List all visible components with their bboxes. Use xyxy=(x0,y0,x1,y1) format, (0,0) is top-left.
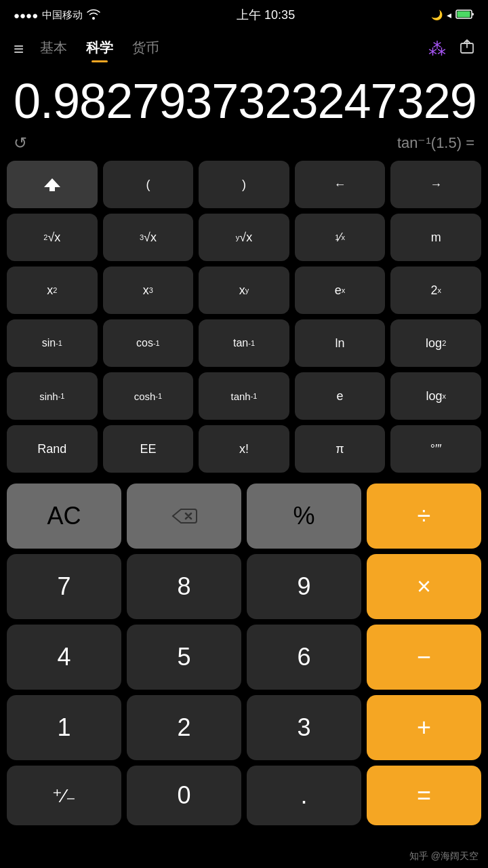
one-button[interactable]: 1 xyxy=(7,695,121,760)
sqrt3-button[interactable]: 3√x xyxy=(103,214,194,261)
arcsinh-button[interactable]: sinh-1 xyxy=(7,372,98,420)
arctanh-button[interactable]: tanh-1 xyxy=(199,372,289,420)
seven-button[interactable]: 7 xyxy=(7,554,121,619)
sci-row-6: Rand EE x! π °′″ xyxy=(7,425,481,473)
arctan-button[interactable]: tan-1 xyxy=(199,319,289,367)
main-row-4: 1 2 3 + xyxy=(7,695,481,760)
sci-row-1: ( ) ← → xyxy=(7,161,481,208)
sqrt2-button[interactable]: 2√x xyxy=(7,214,98,261)
shift-button[interactable] xyxy=(7,161,98,208)
arccos-button[interactable]: cos-1 xyxy=(103,319,194,367)
nine-button[interactable]: 9 xyxy=(247,554,361,619)
main-row-1: AC % ÷ xyxy=(7,484,481,549)
factorial-button[interactable]: x! xyxy=(199,425,289,473)
main-keypad: AC % ÷ 7 8 9 × 4 5 6 − 1 2 3 + ⁺∕₋ 0 . = xyxy=(0,481,488,825)
signal-icon: ●●●● xyxy=(14,9,38,21)
backspace-button[interactable] xyxy=(127,484,241,549)
carrier-name: 中国移动 xyxy=(42,9,83,22)
status-bar: ●●●● 中国移动 上午 10:35 🌙 ◂ xyxy=(0,0,488,30)
reciprocal-button[interactable]: 1⁄x xyxy=(295,214,386,261)
nav-icons: ⁂ xyxy=(428,39,474,60)
main-row-3: 4 5 6 − xyxy=(7,625,481,690)
three-button[interactable]: 3 xyxy=(247,695,361,760)
sqrty-button[interactable]: y√x xyxy=(199,214,289,261)
main-row-5: ⁺∕₋ 0 . = xyxy=(7,766,481,825)
share-button[interactable] xyxy=(460,39,474,58)
x-cubed-button[interactable]: x3 xyxy=(103,267,194,314)
zero-button[interactable]: 0 xyxy=(127,766,241,825)
percent-button[interactable]: % xyxy=(247,484,361,549)
left-arrow-button[interactable]: ← xyxy=(295,161,386,208)
arccosh-button[interactable]: cosh-1 xyxy=(103,372,194,420)
wifi-icon xyxy=(87,9,100,22)
battery-icon xyxy=(455,9,474,22)
tab-currency[interactable]: 货币 xyxy=(132,39,159,60)
sci-row-3: x2 x3 xy ex 2x xyxy=(7,267,481,314)
ee-button[interactable]: EE xyxy=(103,425,194,473)
e-to-x-button[interactable]: ex xyxy=(295,267,386,314)
status-time: 上午 10:35 xyxy=(237,7,295,23)
open-paren-button[interactable]: ( xyxy=(103,161,194,208)
two-button[interactable]: 2 xyxy=(127,695,241,760)
euler-button[interactable]: e xyxy=(295,372,386,420)
svg-rect-1 xyxy=(457,11,470,17)
history-button[interactable]: ↺ xyxy=(14,134,27,153)
arcsin-button[interactable]: sin-1 xyxy=(7,319,98,367)
pi-button[interactable]: π xyxy=(295,425,386,473)
sci-row-4: sin-1 cos-1 tan-1 ln log2 xyxy=(7,319,481,367)
expression-row: ↺ tan⁻¹(1.5) = xyxy=(14,128,474,155)
main-result: 0.9827937323247329 xyxy=(14,75,474,128)
x-to-y-button[interactable]: xy xyxy=(199,267,289,314)
log2-button[interactable]: log2 xyxy=(390,319,481,367)
watermark: 知乎 @海阔天空 xyxy=(409,850,479,863)
four-button[interactable]: 4 xyxy=(7,625,121,690)
negate-button[interactable]: ⁺∕₋ xyxy=(7,766,121,825)
subtract-button[interactable]: − xyxy=(367,625,481,690)
location-icon: ◂ xyxy=(447,9,451,20)
tab-basic[interactable]: 基本 xyxy=(40,39,67,60)
divide-button[interactable]: ÷ xyxy=(367,484,481,549)
logx-button[interactable]: logx xyxy=(390,372,481,420)
multiply-button[interactable]: × xyxy=(367,554,481,619)
status-left: ●●●● 中国移动 xyxy=(14,9,100,22)
add-button[interactable]: + xyxy=(367,695,481,760)
eight-button[interactable]: 8 xyxy=(127,554,241,619)
expression-text: tan⁻¹(1.5) = xyxy=(397,134,474,152)
right-arrow-button[interactable]: → xyxy=(390,161,481,208)
moon-icon: 🌙 xyxy=(431,9,443,20)
mem-button[interactable]: m xyxy=(390,214,481,261)
close-paren-button[interactable]: ) xyxy=(199,161,289,208)
sci-row-2: 2√x 3√x y√x 1⁄x m xyxy=(7,214,481,261)
nav-tabs: 基本 科学 货币 xyxy=(40,39,428,60)
tab-science[interactable]: 科学 xyxy=(86,39,113,60)
menu-button[interactable]: ≡ xyxy=(14,39,24,60)
decimal-button[interactable]: . xyxy=(247,766,361,825)
ac-button[interactable]: AC xyxy=(7,484,121,549)
degrees-button[interactable]: °′″ xyxy=(390,425,481,473)
ln-button[interactable]: ln xyxy=(295,319,386,367)
2-to-x-button[interactable]: 2x xyxy=(390,267,481,314)
five-button[interactable]: 5 xyxy=(127,625,241,690)
display-area: 0.9827937323247329 ↺ tan⁻¹(1.5) = xyxy=(0,68,488,155)
scientific-keypad: ( ) ← → 2√x 3√x y√x 1⁄x m x2 x3 xy ex 2x… xyxy=(0,155,488,481)
sci-row-5: sinh-1 cosh-1 tanh-1 e logx xyxy=(7,372,481,420)
status-right: 🌙 ◂ xyxy=(431,9,474,22)
x-squared-button[interactable]: x2 xyxy=(7,267,98,314)
nav-bar: ≡ 基本 科学 货币 ⁂ xyxy=(0,30,488,68)
six-button[interactable]: 6 xyxy=(247,625,361,690)
brand-icon: ⁂ xyxy=(428,39,446,60)
equals-button[interactable]: = xyxy=(367,766,481,825)
main-row-2: 7 8 9 × xyxy=(7,554,481,619)
rand-button[interactable]: Rand xyxy=(7,425,98,473)
